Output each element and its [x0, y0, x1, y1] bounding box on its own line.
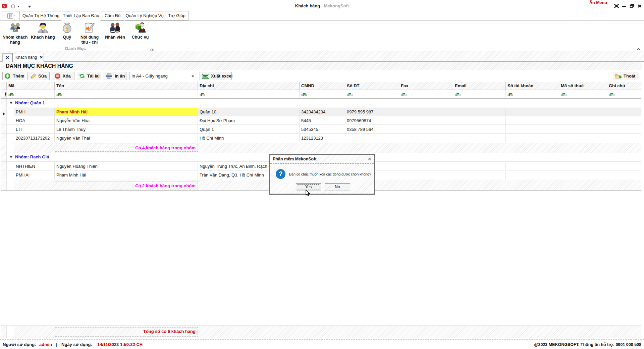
svg-text:c: c: [512, 93, 514, 96]
svg-text:c: c: [204, 93, 206, 96]
svg-text:a: a: [301, 93, 303, 96]
svg-text:B: B: [304, 93, 306, 96]
svg-text:$: $: [66, 26, 69, 32]
svg-text:B: B: [563, 93, 565, 96]
svg-text:B: B: [403, 93, 405, 96]
svg-text:a: a: [455, 93, 457, 96]
svg-text:c: c: [460, 93, 461, 96]
svg-text:a: a: [401, 93, 402, 96]
svg-text:B: B: [59, 93, 61, 96]
svg-text:c: c: [352, 93, 353, 96]
svg-text:B: B: [11, 93, 13, 96]
svg-text:a: a: [561, 93, 562, 96]
svg-text:a: a: [609, 93, 610, 96]
svg-text:c: c: [61, 93, 62, 96]
svg-text:c: c: [406, 93, 407, 96]
svg-text:c: c: [613, 93, 615, 96]
svg-text:a: a: [56, 93, 58, 96]
svg-text:a: a: [347, 93, 348, 96]
svg-text:XLSX: XLSX: [203, 76, 208, 78]
svg-text:a: a: [507, 93, 509, 96]
svg-text:B: B: [611, 93, 613, 96]
svg-text:a: a: [8, 93, 10, 96]
svg-text:B: B: [349, 93, 351, 96]
svg-text:a: a: [200, 93, 201, 96]
svg-text:c: c: [306, 93, 307, 96]
svg-text:B: B: [202, 93, 204, 96]
svg-text:c: c: [566, 93, 567, 96]
svg-text:B: B: [510, 93, 512, 96]
svg-text:B: B: [457, 93, 459, 96]
svg-text:c: c: [13, 93, 14, 96]
